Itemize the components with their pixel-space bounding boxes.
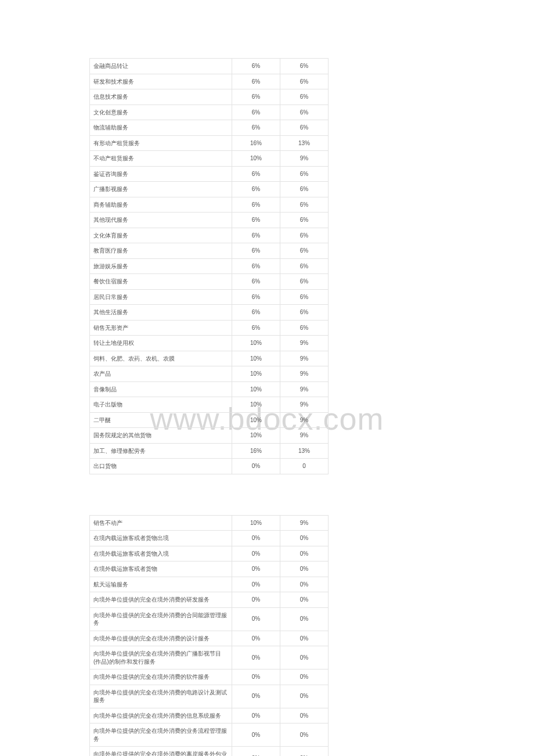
table-row: 销售不动产10%9% — [90, 515, 329, 531]
row-rate1-cell: 10% — [232, 151, 280, 167]
row-rate2-cell: 0% — [280, 631, 329, 646]
row-name-cell: 二甲醚 — [90, 412, 232, 428]
row-rate1-cell: 0% — [232, 747, 280, 757]
row-rate2-cell: 0% — [280, 669, 329, 685]
row-rate2-cell: 0% — [280, 607, 329, 631]
table-row: 向境外单位提供的完全在境外消费的离岸服务外包业务0%0% — [90, 747, 329, 757]
table-row: 向境外单位提供的完全在境外消费的信息系统服务0%0% — [90, 708, 329, 723]
row-rate2-cell: 9% — [280, 381, 329, 397]
row-name-cell: 向境外单位提供的完全在境外消费的业务流程管理服务 — [90, 723, 232, 747]
table-row: 其他生活服务6%6% — [90, 305, 329, 321]
row-name-cell: 加工、修理修配劳务 — [90, 443, 232, 459]
row-rate1-cell: 0% — [232, 459, 280, 474]
table-row: 在境外载运旅客或者货物0%0% — [90, 561, 329, 577]
row-name-cell: 国务院规定的其他货物 — [90, 428, 232, 444]
row-rate2-cell: 9% — [280, 428, 329, 444]
table-row: 向境外单位提供的完全在境外消费的合同能源管理服务0%0% — [90, 607, 329, 631]
row-rate2-cell: 9% — [280, 336, 329, 351]
row-rate1-cell: 16% — [232, 443, 280, 459]
row-name-cell: 向境外单位提供的完全在境外消费的电路设计及测试服务 — [90, 685, 232, 708]
row-name-cell: 旅游娱乐服务 — [90, 258, 232, 274]
table-row: 金融商品转让6%6% — [90, 59, 329, 74]
row-name-cell: 鉴证咨询服务 — [90, 166, 232, 182]
row-rate1-cell: 0% — [232, 708, 280, 723]
row-rate1-cell: 10% — [232, 397, 280, 413]
row-name-cell: 在境外载运旅客或者货物 — [90, 561, 232, 577]
row-rate2-cell: 6% — [280, 320, 329, 336]
row-rate1-cell: 0% — [232, 561, 280, 577]
row-rate2-cell: 13% — [280, 443, 329, 459]
row-name-cell: 不动产租赁服务 — [90, 151, 232, 167]
table-row: 文化体育服务6%6% — [90, 228, 329, 243]
row-rate2-cell: 0% — [280, 646, 329, 669]
table-row: 在境外载运旅客或者货物入境0%0% — [90, 546, 329, 561]
row-name-cell: 信息技术服务 — [90, 89, 232, 105]
row-name-cell: 向境外单位提供的完全在境外消费的设计服务 — [90, 631, 232, 646]
row-rate2-cell: 9% — [280, 351, 329, 366]
row-rate2-cell: 0% — [280, 592, 329, 608]
row-rate1-cell: 16% — [232, 135, 280, 151]
row-rate2-cell: 9% — [280, 412, 329, 428]
row-rate2-cell: 6% — [280, 243, 329, 259]
row-rate2-cell: 6% — [280, 166, 329, 182]
table-row: 农产品10%9% — [90, 366, 329, 382]
row-name-cell: 转让土地使用权 — [90, 336, 232, 351]
row-name-cell: 航天运输服务 — [90, 577, 232, 592]
table-row: 广播影视服务6%6% — [90, 182, 329, 197]
row-rate2-cell: 6% — [280, 213, 329, 228]
table-row: 向境外单位提供的完全在境外消费的电路设计及测试服务0%0% — [90, 685, 329, 708]
row-name-cell: 音像制品 — [90, 381, 232, 397]
table-row: 国务院规定的其他货物10%9% — [90, 428, 329, 444]
row-rate1-cell: 6% — [232, 105, 280, 120]
table-row: 居民日常服务6%6% — [90, 289, 329, 305]
table-row: 向境外单位提供的完全在境外消费的软件服务0%0% — [90, 669, 329, 685]
row-rate1-cell: 6% — [232, 120, 280, 136]
row-name-cell: 文化体育服务 — [90, 228, 232, 243]
table-row: 转让土地使用权10%9% — [90, 336, 329, 351]
row-rate2-cell: 6% — [280, 74, 329, 89]
row-name-cell: 居民日常服务 — [90, 289, 232, 305]
row-rate2-cell: 6% — [280, 89, 329, 105]
row-rate2-cell: 0% — [280, 747, 329, 757]
row-rate1-cell: 0% — [232, 607, 280, 631]
row-rate2-cell: 0% — [280, 546, 329, 561]
table-row: 向境外单位提供的完全在境外消费的研发服务0%0% — [90, 592, 329, 608]
row-rate1-cell: 0% — [232, 546, 280, 561]
table-row: 出口货物0%0 — [90, 459, 329, 474]
row-rate2-cell: 6% — [280, 182, 329, 197]
row-rate1-cell: 0% — [232, 631, 280, 646]
row-rate1-cell: 6% — [232, 197, 280, 213]
row-rate1-cell: 6% — [232, 258, 280, 274]
row-rate1-cell: 6% — [232, 74, 280, 89]
row-rate1-cell: 6% — [232, 289, 280, 305]
row-name-cell: 有形动产租赁服务 — [90, 135, 232, 151]
table-row: 信息技术服务6%6% — [90, 89, 329, 105]
row-rate1-cell: 6% — [232, 89, 280, 105]
row-rate2-cell: 6% — [280, 120, 329, 136]
table-row: 销售无形资产6%6% — [90, 320, 329, 336]
table-row: 研发和技术服务6%6% — [90, 74, 329, 89]
row-rate1-cell: 0% — [232, 723, 280, 747]
table-row: 旅游娱乐服务6%6% — [90, 258, 329, 274]
tax-rate-table-1: 金融商品转让6%6%研发和技术服务6%6%信息技术服务6%6%文化创意服务6%6… — [89, 58, 329, 474]
row-rate2-cell: 6% — [280, 305, 329, 321]
row-name-cell: 向境外单位提供的完全在境外消费的研发服务 — [90, 592, 232, 608]
row-rate1-cell: 6% — [232, 59, 280, 74]
table-row: 加工、修理修配劳务16%13% — [90, 443, 329, 459]
row-rate2-cell: 9% — [280, 151, 329, 167]
row-name-cell: 饲料、化肥、农药、农机、农膜 — [90, 351, 232, 366]
table-row: 饲料、化肥、农药、农机、农膜10%9% — [90, 351, 329, 366]
table-row: 鉴证咨询服务6%6% — [90, 166, 329, 182]
row-name-cell: 其他现代服务 — [90, 213, 232, 228]
row-name-cell: 向境外单位提供的完全在境外消费的信息系统服务 — [90, 708, 232, 723]
row-rate1-cell: 6% — [232, 320, 280, 336]
row-rate2-cell: 6% — [280, 105, 329, 120]
row-rate1-cell: 10% — [232, 351, 280, 366]
row-rate1-cell: 0% — [232, 685, 280, 708]
row-name-cell: 商务辅助服务 — [90, 197, 232, 213]
table-row: 电子出版物10%9% — [90, 397, 329, 413]
row-rate2-cell: 0% — [280, 531, 329, 546]
row-rate1-cell: 6% — [232, 305, 280, 321]
row-name-cell: 研发和技术服务 — [90, 74, 232, 89]
row-rate2-cell: 0% — [280, 577, 329, 592]
